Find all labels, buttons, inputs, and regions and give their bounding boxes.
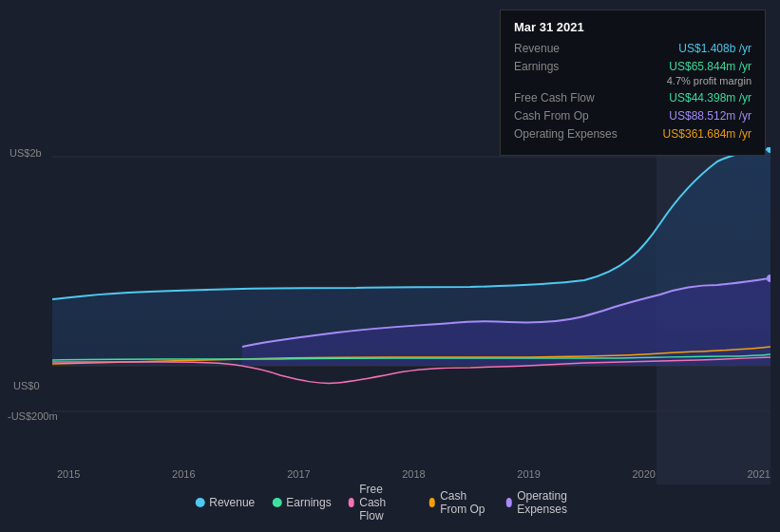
data-tooltip: Mar 31 2021 Revenue US$1.408b /yr Earnin… <box>500 10 766 156</box>
x-label-2020: 2020 <box>632 468 655 480</box>
y-label-0: US$0 <box>13 380 40 391</box>
legend-item-fcf[interactable]: Free Cash Flow <box>349 483 412 522</box>
x-label-2018: 2018 <box>402 468 425 480</box>
tooltip-opex-label: Operating Expenses <box>514 127 618 141</box>
tooltip-revenue-row: Revenue US$1.408b /yr <box>514 42 751 55</box>
tooltip-profit-margin: 4.7% profit margin <box>667 75 751 86</box>
legend-label-revenue: Revenue <box>209 496 255 509</box>
tooltip-earnings-block: US$65.844m /yr 4.7% profit margin <box>667 60 751 86</box>
tooltip-earnings-row: Earnings US$65.844m /yr 4.7% profit marg… <box>514 60 751 86</box>
legend-dot-earnings <box>272 498 281 507</box>
tooltip-earnings-value: US$65.844m /yr <box>669 60 751 73</box>
chart-svg <box>52 147 770 442</box>
y-label-neg200m: -US$200m <box>8 410 58 422</box>
legend-label-earnings: Earnings <box>286 496 331 509</box>
legend-dot-revenue <box>195 498 204 507</box>
y-label-2b: US$2b <box>10 147 42 159</box>
legend-item-cashop[interactable]: Cash From Op <box>429 489 489 516</box>
x-label-2019: 2019 <box>517 468 540 480</box>
legend-item-earnings[interactable]: Earnings <box>272 496 331 509</box>
tooltip-fcf-value: US$44.398m /yr <box>669 91 751 104</box>
tooltip-fcf-row: Free Cash Flow US$44.398m /yr <box>514 91 751 104</box>
tooltip-fcf-label: Free Cash Flow <box>514 91 618 104</box>
tooltip-cashop-label: Cash From Op <box>514 109 618 123</box>
legend-item-opex[interactable]: Operating Expenses <box>506 489 585 516</box>
x-label-2021: 2021 <box>747 468 770 480</box>
tooltip-opex-row: Operating Expenses US$361.684m /yr <box>514 127 751 141</box>
tooltip-earnings-label: Earnings <box>514 60 618 73</box>
legend-dot-fcf <box>349 498 355 507</box>
legend-dot-cashop <box>429 498 436 507</box>
tooltip-cashop-row: Cash From Op US$88.512m /yr <box>514 109 751 123</box>
legend-dot-opex <box>506 498 513 507</box>
legend-label-opex: Operating Expenses <box>517 489 585 516</box>
chart-legend: Revenue Earnings Free Cash Flow Cash Fro… <box>195 483 585 522</box>
tooltip-revenue-label: Revenue <box>514 42 618 55</box>
tooltip-cashop-value: US$88.512m /yr <box>669 109 751 123</box>
legend-label-cashop: Cash From Op <box>440 489 488 516</box>
tooltip-revenue-value: US$1.408b /yr <box>678 42 751 55</box>
legend-label-fcf: Free Cash Flow <box>359 483 411 522</box>
tooltip-title: Mar 31 2021 <box>514 20 751 34</box>
legend-item-revenue[interactable]: Revenue <box>195 496 255 509</box>
x-label-2015: 2015 <box>57 468 80 480</box>
x-axis-labels: 2015 2016 2017 2018 2019 2020 2021 <box>57 468 770 480</box>
x-label-2017: 2017 <box>287 468 310 480</box>
x-label-2016: 2016 <box>172 468 195 480</box>
tooltip-opex-value: US$361.684m /yr <box>663 127 751 141</box>
